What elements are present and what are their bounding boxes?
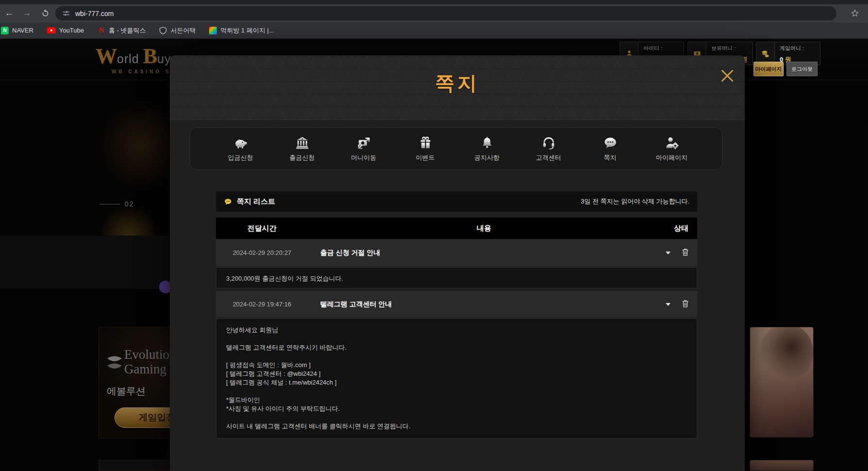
browser-forward-button[interactable]: →: [19, 6, 34, 20]
mypage-button[interactable]: 마이페이지: [753, 62, 784, 76]
bank-icon: [295, 135, 310, 150]
message-title: 출금 신청 거절 안내: [320, 239, 380, 266]
message-datetime: 2024-02-29 19:47:16: [216, 291, 308, 318]
bell-icon: [480, 135, 494, 150]
message-row-header[interactable]: 2024-02-29 19:47:16 텔레그램 고객센터 안내: [216, 291, 697, 318]
message-datetime: 2024-02-29 20:20:27: [216, 239, 308, 266]
chat-bubble-yellow-icon: [224, 198, 232, 206]
youtube-icon: [47, 27, 56, 34]
modal-close-button[interactable]: [720, 68, 735, 84]
list-title: 쪽지 리스트: [237, 197, 275, 206]
rainbow-icon: [209, 27, 217, 34]
nav-item-money-move[interactable]: 머니이동: [333, 128, 394, 169]
chevron-down-icon[interactable]: [666, 252, 671, 254]
bookmark-sudden-attack[interactable]: 서든어택: [159, 26, 196, 35]
nav-item-notice[interactable]: 공지사항: [456, 128, 518, 169]
browser-tab-strip: [0, 0, 868, 4]
trash-icon: [681, 247, 690, 257]
message-body: 3,200,000원 출금신청이 거절 되었습니다.: [216, 267, 697, 288]
naver-icon: N: [1, 27, 9, 34]
nav-item-mypage[interactable]: 마이페이지: [641, 128, 703, 169]
bookmark-netflix[interactable]: N 홈 - 넷플릭스: [98, 26, 146, 35]
column-status: 상태: [674, 218, 688, 239]
nav-item-message[interactable]: 쪽지: [579, 128, 641, 169]
browser-back-button[interactable]: ←: [2, 6, 16, 20]
nav-item-deposit[interactable]: 입금신청: [210, 128, 271, 169]
message-title: 텔레그램 고객센터 안내: [320, 291, 392, 318]
message-list-header: 쪽지 리스트 3일 전 쪽지는 읽어야 삭제 가능합니다.: [216, 191, 697, 212]
bookmark-youtube[interactable]: YouTube: [47, 27, 84, 34]
nav-item-withdraw[interactable]: 출금신청: [271, 128, 333, 169]
delete-message-button[interactable]: [681, 299, 691, 309]
headset-icon: [541, 135, 557, 150]
nav-item-event[interactable]: 이벤트: [394, 128, 456, 169]
trash-icon: [681, 299, 690, 308]
modal-title: 쪽지: [170, 70, 745, 97]
logout-button[interactable]: 로그아웃: [786, 62, 818, 76]
bookmark-meoktwi[interactable]: 먹튀방 1 페이지 |...: [209, 26, 274, 35]
star-icon: [851, 9, 859, 17]
chevron-down-icon[interactable]: [666, 303, 671, 306]
casino-site-background: World Buy WB CASINO SLOT 02 Evolution Ga…: [0, 39, 868, 471]
browser-toolbar: ← → wbi-777.com: [0, 4, 868, 22]
bookmark-star-button[interactable]: [849, 7, 861, 19]
shield-icon: [159, 27, 167, 34]
address-bar[interactable]: wbi-777.com: [55, 6, 836, 20]
site-settings-icon: [62, 9, 70, 17]
user-gear-icon: [664, 135, 680, 150]
browser-reload-button[interactable]: [38, 6, 52, 20]
message-body: 안녕하세요 회원님 텔레그램 고객센터로 연락주시기 바랍니다. [ 평생접속 …: [216, 319, 697, 438]
nav-item-support[interactable]: 고객센터: [518, 128, 579, 169]
close-icon: [721, 69, 734, 83]
netflix-icon: N: [98, 27, 105, 34]
message-row-header[interactable]: 2024-02-29 20:20:27 출금 신청 거절 안내: [216, 239, 697, 266]
message-modal: 쪽지 입금신청 출금신청: [170, 55, 745, 471]
column-content: 내용: [308, 218, 660, 239]
delete-message-button[interactable]: [681, 247, 691, 258]
bookmark-naver[interactable]: N NAVER: [1, 27, 33, 34]
piggy-bank-icon: [232, 135, 249, 150]
url-text: wbi-777.com: [75, 10, 114, 17]
modal-nav-menu: 입금신청 출금신청 머니이동: [190, 127, 722, 170]
message-table-header: 전달시간 내용 상태: [216, 218, 697, 239]
reload-icon: [41, 9, 49, 17]
column-time: 전달시간: [216, 218, 308, 239]
money-transfer-icon: [356, 135, 372, 150]
bookmarks-bar: N NAVER YouTube N 홈 - 넷플릭스 서든어택 먹튀방 1 페이…: [0, 22, 868, 39]
list-notice: 3일 전 쪽지는 읽어야 삭제 가능합니다.: [581, 197, 689, 206]
gift-icon: [418, 135, 433, 150]
chat-bubble-icon: [603, 135, 618, 150]
